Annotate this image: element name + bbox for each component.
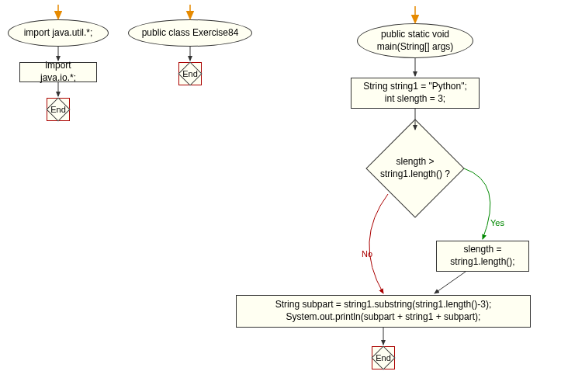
flow1-rect-text: import java.io.*; (26, 60, 90, 84)
flow3-start-text: public static void main(String[] args) (377, 29, 454, 53)
flow3-rect-init: String string1 = "Python"; int slength =… (351, 78, 480, 109)
flow3-end-text: End (372, 346, 395, 369)
flow2-end-node: End (178, 62, 202, 85)
edge-label-yes: Yes (490, 218, 504, 227)
flow3-rect-init-text: String string1 = "Python"; int slength =… (363, 81, 467, 105)
flow3-rect-final-text: String subpart = string1.substring(strin… (275, 299, 491, 323)
flow2-end-text: End (178, 62, 202, 85)
flow1-start-ellipse: import java.util.*; (8, 19, 109, 47)
flow3-start-ellipse: public static void main(String[] args) (357, 23, 473, 58)
flow3-rect-yes: slength = string1.length(); (436, 241, 529, 272)
flow1-rect-import-io: import java.io.*; (19, 62, 97, 82)
flow-arrows (0, 0, 561, 392)
flow3-decision-diamond (365, 119, 464, 217)
flow3-rect-final: String subpart = string1.substring(strin… (236, 295, 531, 328)
flow1-end-node: End (47, 98, 70, 121)
flow2-start-ellipse: public class Exercise84 (128, 19, 252, 47)
flow1-start-text: import java.util.*; (24, 27, 93, 40)
flow1-end-text: End (47, 98, 70, 121)
flow3-rect-yes-text: slength = string1.length(); (450, 244, 514, 268)
flow3-end-node: End (372, 346, 395, 369)
edge-label-no: No (362, 249, 372, 258)
flow2-start-text: public class Exercise84 (142, 27, 239, 40)
